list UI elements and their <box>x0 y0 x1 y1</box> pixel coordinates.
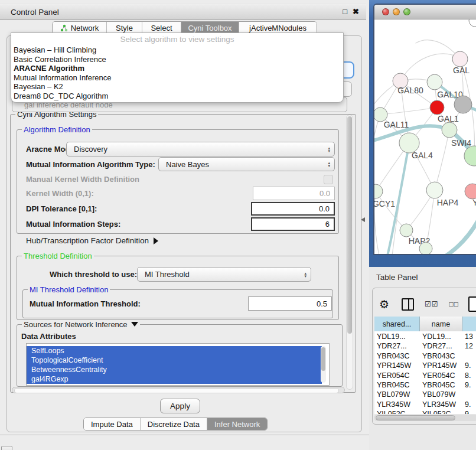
dropdown-item[interactable]: ARACNE Algorithm <box>12 64 342 73</box>
data-attributes-label: Data Attributes <box>21 332 76 341</box>
new-table-icon[interactable] <box>468 296 476 312</box>
table-row[interactable]: YDR27...YDR27...12 <box>374 341 476 351</box>
scrollbar-thumb[interactable] <box>14 388 339 393</box>
node-swi4[interactable] <box>442 122 457 138</box>
mi-type-value: Naive Bayes <box>166 160 209 169</box>
mac-zoom-button[interactable] <box>403 8 410 15</box>
attribute-item[interactable]: SelfLoops <box>27 346 322 356</box>
node-gal2[interactable] <box>452 51 468 67</box>
manual-kernel-label: Manual Kernel Width Definition <box>26 175 139 184</box>
data-attributes-list[interactable]: SelfLoopsTopologicalCoefficientBetweenne… <box>26 343 330 386</box>
which-threshold-combobox[interactable]: MI Threshold ▴▾ <box>137 267 311 282</box>
mi-steps-field[interactable]: 6 <box>251 217 335 231</box>
network-edge <box>380 107 437 115</box>
node-bottom[interactable] <box>419 242 432 254</box>
tab-discretize-data[interactable]: Discretize Data <box>141 418 207 430</box>
gear-icon[interactable]: ⚙ <box>379 298 389 311</box>
tab-jactivemnodules[interactable]: jActiveMNodules <box>239 22 317 34</box>
mac-close-button[interactable] <box>382 8 389 15</box>
tab-select[interactable]: Select <box>142 22 181 34</box>
kernel-width-field[interactable]: 0.0 <box>253 187 335 200</box>
settings-horizontal-scrollbar[interactable] <box>12 387 345 393</box>
settings-vertical-scrollbar[interactable] <box>346 115 353 390</box>
deselect-all-checkboxes-icon[interactable]: □□ <box>449 300 459 308</box>
network-edge <box>376 191 406 230</box>
mac-minimize-button[interactable] <box>393 8 400 15</box>
select-all-checkboxes-icon[interactable]: ☑☑ <box>425 300 439 308</box>
split-view-icon[interactable] <box>402 298 414 311</box>
table-cell: YBR043C <box>422 351 462 361</box>
table-row[interactable]: YDL19...YDL19...13 <box>374 332 476 341</box>
hub-definition-expander[interactable]: Hub/Transcription Factor Definition <box>26 236 158 245</box>
node-gray[interactable] <box>454 96 472 113</box>
application-root: Control Panel □ ✖ NetworkStyleSelectCyni… <box>0 0 476 450</box>
which-threshold-value: MI Threshold <box>145 270 190 279</box>
node-gal10[interactable] <box>427 74 442 90</box>
table-horizontal-scrollbar[interactable] <box>374 415 476 421</box>
node-gal4-label: GAL4 <box>412 151 433 160</box>
network-canvas[interactable]: GALGAL80GAL10GAL1GAL11SWI4GAL4GCY1HAP4YH… <box>374 19 476 254</box>
control-panel-title: Control Panel <box>11 8 59 17</box>
expander-collapsed-icon <box>154 237 158 244</box>
close-icon[interactable]: ✖ <box>353 7 359 16</box>
tab-impute-data[interactable]: Impute Data <box>84 418 141 430</box>
dropdown-item[interactable]: Basic Correlation Inference <box>12 55 342 64</box>
hub-definition-label: Hub/Transcription Factor Definition <box>26 236 149 245</box>
network-view-window: GALGAL80GAL10GAL1GAL11SWI4GAL4GCY1HAP4YH… <box>373 4 476 255</box>
network-window-titlebar[interactable] <box>374 5 476 19</box>
node-green-right[interactable] <box>464 146 476 166</box>
apply-button[interactable]: Apply <box>160 399 200 413</box>
mi-threshold-field[interactable]: 0.5 <box>248 296 332 311</box>
node-hap2[interactable] <box>400 224 413 237</box>
attribute-item[interactable]: gal4RGexp <box>27 374 322 384</box>
tab-cyni-toolbox[interactable]: Cyni Toolbox <box>181 22 239 34</box>
dropdown-item[interactable]: Bayesian – Hill Climbing <box>12 45 342 55</box>
sources-expander[interactable]: Sources for Network Inference <box>22 320 140 329</box>
column-header-shared[interactable]: shared... <box>374 317 420 331</box>
tab-network[interactable]: Network <box>53 22 107 34</box>
dropdown-item[interactable]: Mutual Information Inference <box>12 73 342 83</box>
scrollbar-thumb[interactable] <box>376 415 455 420</box>
float-window-icon[interactable]: □ <box>343 7 347 16</box>
corner-widget[interactable] <box>1 446 12 450</box>
which-threshold-label: Which threshold to use: <box>50 270 137 279</box>
node-gal4[interactable] <box>399 133 419 153</box>
node-salmon[interactable] <box>465 184 476 199</box>
table-row[interactable]: YBL079WYBL079W <box>374 390 476 399</box>
attribute-item[interactable]: BetweennessCentrality <box>27 365 322 374</box>
attributes-scrollbar[interactable] <box>321 346 326 383</box>
divider <box>0 435 372 435</box>
table-cell: YDR27... <box>377 341 419 351</box>
node-gal1[interactable] <box>430 100 444 115</box>
table-row[interactable]: YER054CYER054C8. <box>374 371 476 380</box>
spinner-arrows-icon: ▴▾ <box>328 161 330 167</box>
table-cell: 9. <box>465 400 476 409</box>
column-header-a[interactable]: A <box>462 317 476 331</box>
dropdown-item[interactable]: Bayesian – K2 <box>12 82 342 92</box>
column-header-name[interactable]: name <box>420 317 462 331</box>
manual-kernel-checkbox[interactable] <box>324 175 333 184</box>
table-row[interactable]: YIL052CYIL052C9 <box>374 409 476 414</box>
table-cell: 9. <box>465 380 476 390</box>
tab-infer-network[interactable]: Infer Network <box>207 418 267 430</box>
table-row[interactable]: YPR145WYPR145W9. <box>374 361 476 370</box>
attribute-item[interactable]: TopologicalCoefficient <box>27 356 322 365</box>
table-cell: 8. <box>465 371 476 380</box>
scrollbar-thumb[interactable] <box>321 347 325 371</box>
dropdown-item[interactable]: Dream8 DC_TDC Algorithm <box>12 92 342 101</box>
table-row[interactable]: YBR045CYBR045C9. <box>374 380 476 390</box>
aracne-mode-combobox[interactable]: Discovery ▴▾ <box>66 142 335 156</box>
table-body: YDL19...YDL19...13YDR27...YDR27...12YBR0… <box>374 332 476 414</box>
mi-type-combobox[interactable]: Naive Bayes ▴▾ <box>158 157 335 171</box>
node-hap4[interactable] <box>426 182 443 198</box>
node-top-right[interactable] <box>469 19 476 27</box>
node-gcy1[interactable] <box>374 184 383 198</box>
dpi-tolerance-field[interactable]: 0.0 <box>251 202 335 216</box>
table-row[interactable]: YLR345WYLR345W9. <box>374 400 476 409</box>
tab-label: jActiveMNodules <box>249 24 307 32</box>
dpi-tolerance-label: DPI Tolerance [0,1]: <box>26 204 97 213</box>
scrollbar-thumb[interactable] <box>347 116 352 334</box>
table-row[interactable]: YBR043CYBR043C <box>374 351 476 361</box>
tab-style[interactable]: Style <box>107 22 142 34</box>
table-cell: YBL079W <box>377 390 419 399</box>
